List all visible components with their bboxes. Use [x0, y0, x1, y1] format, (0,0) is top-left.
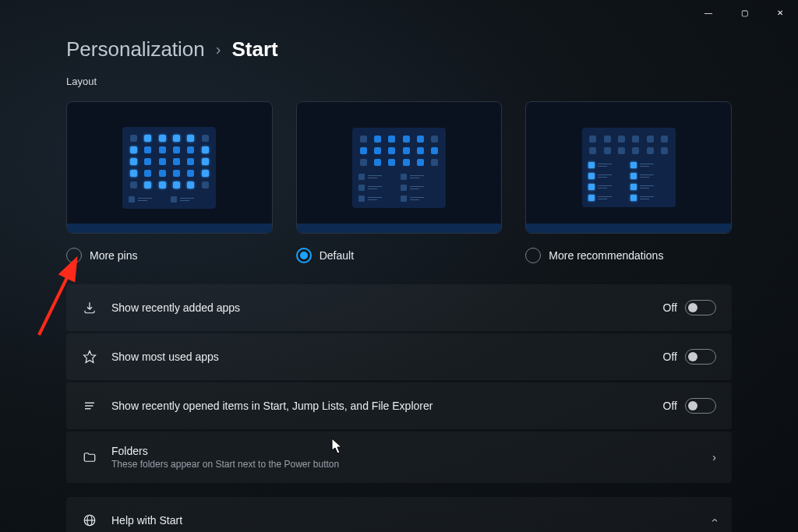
layout-options-row: More pins: [66, 101, 732, 263]
layout-preview-more-recommendations: [525, 101, 732, 234]
chevron-right-icon: ›: [712, 451, 716, 463]
toggle-label: Off: [663, 400, 677, 412]
layout-option-more-pins[interactable]: More pins: [66, 101, 273, 263]
setting-title: Folders: [111, 445, 698, 457]
download-icon: [82, 300, 97, 315]
section-label-layout: Layout: [66, 76, 97, 87]
setting-title: Show recently opened items in Start, Jum…: [111, 400, 649, 412]
setting-most-used-apps[interactable]: Show most used apps Off: [66, 333, 732, 380]
setting-subtitle: These folders appear on Start next to th…: [111, 459, 698, 470]
breadcrumb: Personalization › Start: [66, 37, 278, 62]
radio-more-pins[interactable]: [66, 248, 82, 263]
breadcrumb-parent[interactable]: Personalization: [66, 37, 205, 62]
toggle-label: Off: [663, 301, 677, 314]
setting-title: Show recently added apps: [111, 301, 649, 314]
layout-option-default[interactable]: Default: [296, 101, 503, 263]
toggle-label: Off: [663, 351, 677, 363]
setting-recently-opened-items[interactable]: Show recently opened items in Start, Jum…: [66, 382, 732, 429]
radio-label: More pins: [90, 249, 137, 262]
setting-help-with-start[interactable]: Help with Start ›: [66, 497, 732, 532]
breadcrumb-current: Start: [231, 37, 277, 62]
list-icon: [82, 398, 97, 414]
chevron-right-icon: ›: [216, 41, 221, 58]
maximize-button[interactable]: ▢: [726, 0, 762, 25]
setting-recently-added-apps[interactable]: Show recently added apps Off: [66, 284, 732, 331]
layout-preview-more-pins: [66, 101, 273, 234]
star-icon: [82, 349, 97, 365]
folder-icon: [82, 449, 97, 465]
close-button[interactable]: ✕: [762, 0, 798, 25]
layout-preview-default: [296, 101, 503, 234]
radio-more-recommendations[interactable]: [525, 248, 541, 263]
toggle-most-used[interactable]: [685, 349, 716, 365]
radio-default[interactable]: [296, 248, 312, 263]
radio-label: More recommendations: [549, 249, 663, 262]
setting-title: Help with Start: [111, 514, 698, 527]
radio-label: Default: [320, 249, 354, 262]
setting-folders[interactable]: Folders These folders appear on Start ne…: [66, 432, 732, 483]
toggle-recently-added[interactable]: [685, 300, 716, 315]
window-controls: — ▢ ✕: [690, 0, 798, 25]
settings-list: Show recently added apps Off Show most u…: [66, 284, 732, 532]
chevron-up-icon: ›: [708, 519, 721, 523]
setting-title: Show most used apps: [111, 351, 649, 363]
layout-option-more-recommendations[interactable]: More recommendations: [525, 101, 732, 263]
svg-marker-0: [84, 351, 96, 363]
globe-icon: [82, 513, 97, 528]
minimize-button[interactable]: —: [690, 0, 726, 25]
toggle-recently-opened[interactable]: [685, 398, 716, 414]
